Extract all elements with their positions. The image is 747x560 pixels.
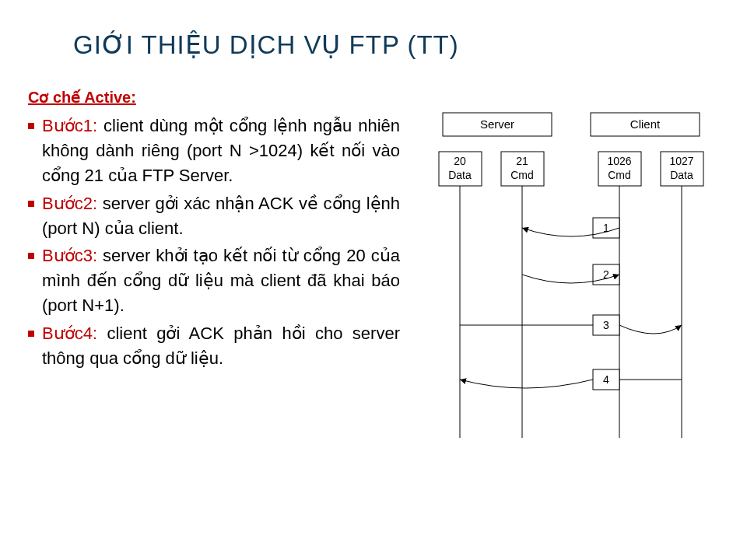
msg-4: 4	[603, 373, 609, 386]
server-label: Server	[480, 117, 514, 131]
step-4-label: Bước4:	[42, 324, 97, 343]
ftp-sequence-diagram: Server Client 20 Data 21 Cmd 1026 Cmd 10…	[423, 105, 719, 447]
step-4: Bước4: client gởi ACK phản hồi cho serve…	[28, 321, 400, 371]
port-20-num: 20	[454, 155, 466, 167]
port-1026-role: Cmd	[608, 169, 631, 181]
port-20-role: Data	[448, 169, 472, 181]
content-row: Cơ chế Active: Bước1: client dùng một cổ…	[28, 86, 719, 450]
step-2-label: Bước2:	[42, 194, 97, 213]
step-1-label: Bước1:	[42, 116, 97, 135]
section-heading: Cơ chế Active:	[28, 86, 400, 109]
slide: GIỚI THIỆU DỊCH VỤ FTP (TT) Cơ chế Activ…	[0, 0, 747, 560]
step-2: Bước2: server gởi xác nhận ACK về cổng l…	[28, 191, 400, 241]
text-column: Cơ chế Active: Bước1: client dùng một cổ…	[28, 86, 400, 374]
diagram-column: Server Client 20 Data 21 Cmd 1026 Cmd 10…	[400, 86, 742, 450]
port-21-num: 21	[516, 155, 528, 167]
step-3-label: Bước3:	[42, 246, 97, 265]
client-label: Client	[630, 117, 661, 131]
step-3: Bước3: server khởi tạo kết nối từ cổng 2…	[28, 243, 400, 318]
step-1: Bước1: client dùng một cổng lệnh ngẫu nh…	[28, 114, 400, 188]
port-1026-num: 1026	[607, 155, 631, 167]
page-title: GIỚI THIỆU DỊCH VỤ FTP (TT)	[73, 30, 719, 60]
port-1027-role: Data	[670, 169, 693, 181]
msg-3: 3	[603, 319, 609, 331]
port-21-role: Cmd	[510, 169, 534, 181]
port-1027-num: 1027	[669, 155, 693, 167]
